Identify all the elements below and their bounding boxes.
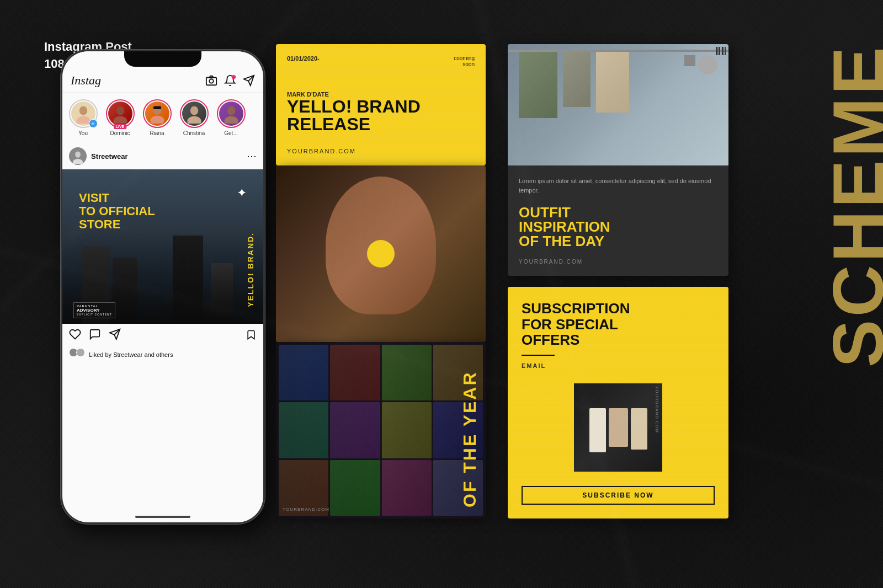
jacket bbox=[519, 52, 557, 118]
hanger1 bbox=[589, 408, 606, 452]
card5-image-area: YOURBRAND.COM bbox=[522, 376, 715, 479]
post-menu-icon[interactable]: ⋯ bbox=[247, 150, 257, 162]
card1-date: 01/01/2020- bbox=[287, 55, 320, 62]
card5-img-bg bbox=[574, 383, 662, 472]
story-avatar-riana bbox=[143, 99, 172, 128]
star-icon: ✦ bbox=[237, 186, 247, 200]
card5-title-line2: FOR SPECIAL bbox=[522, 317, 715, 333]
card3-url: YOURBRAND.COM bbox=[283, 507, 329, 512]
story-avatar-dominic: LIVE bbox=[106, 99, 135, 128]
card-brand-release: 01/01/2020- coomingsoon MARK D'DATE YELL… bbox=[276, 44, 486, 165]
post-avatar bbox=[69, 147, 87, 165]
card3-title: OF THE YEAR bbox=[460, 353, 480, 507]
live-badge: LIVE bbox=[114, 124, 127, 129]
story-get[interactable]: Get... bbox=[216, 99, 246, 136]
card5-title-line1: SUBSCRIPTION bbox=[522, 301, 715, 317]
phone-screen: Instag bbox=[62, 51, 263, 522]
svg-point-12 bbox=[190, 106, 198, 115]
card-subscription: SUBSCRIPTION FOR SPECIAL OFFERS EMAIL bbox=[508, 287, 728, 518]
card1-body: MARK D'DATE YELLO! BRAND RELEASE bbox=[287, 83, 475, 133]
card-photo bbox=[276, 165, 486, 342]
send-icon[interactable] bbox=[243, 74, 255, 87]
svg-point-13 bbox=[187, 116, 201, 124]
story-label-you: You bbox=[78, 130, 88, 136]
comment-icon[interactable] bbox=[89, 328, 101, 344]
post-username: Streetwear bbox=[91, 152, 247, 161]
plus-badge: + bbox=[89, 119, 98, 128]
scheme-text: SCHEME bbox=[817, 44, 883, 367]
notification-icon[interactable] bbox=[224, 74, 236, 87]
svg-point-5 bbox=[79, 106, 87, 115]
svg-point-6 bbox=[76, 116, 90, 124]
card4-content: Lorem ipsum dolor sit amet, consectetur … bbox=[508, 165, 728, 276]
card-outfit: Lorem ipsum dolor sit amet, consectetur … bbox=[508, 44, 728, 276]
subscribe-button[interactable]: SUBSCRIBE NOW bbox=[522, 486, 715, 505]
likes-text: Liked by Streetwear and others bbox=[62, 348, 263, 361]
story-label-get: Get... bbox=[224, 130, 237, 136]
card3-overlay bbox=[276, 342, 486, 518]
svg-point-14 bbox=[227, 106, 235, 115]
card5-image: YOURBRAND.COM bbox=[574, 383, 662, 472]
card5-url: YOURBRAND.COM bbox=[655, 386, 659, 433]
card5-email-label: EMAIL bbox=[522, 362, 715, 369]
post-header: Streetwear ⋯ bbox=[62, 143, 263, 169]
wall-item-2 bbox=[684, 55, 695, 66]
yellow-circle bbox=[373, 245, 389, 262]
story-avatar-get bbox=[217, 99, 246, 128]
card5-title-line3: OFFERS bbox=[522, 332, 715, 348]
card1-title: YELLO! BRAND RELEASE bbox=[287, 98, 475, 133]
phone-frame: Instag bbox=[61, 50, 265, 524]
instagram-icons bbox=[205, 74, 255, 87]
shirt bbox=[563, 52, 591, 107]
post-image: VISIT TO OFFICIAL STORE ✦ YELLO! BRAND. … bbox=[62, 169, 263, 324]
svg-point-15 bbox=[224, 116, 238, 124]
like-icon[interactable] bbox=[69, 328, 81, 344]
post-visit-text: VISIT TO OFFICIAL STORE bbox=[79, 191, 155, 232]
barcode bbox=[716, 47, 726, 55]
svg-point-10 bbox=[150, 116, 164, 124]
card1-url: YOURBRAND.COM bbox=[287, 148, 475, 154]
svg-point-1 bbox=[209, 79, 213, 83]
card5-hangers bbox=[589, 403, 647, 452]
card1-title-line1: YELLO! BRAND bbox=[287, 98, 475, 115]
bookmark-icon[interactable] bbox=[246, 329, 257, 343]
story-label-riana: Riana bbox=[150, 130, 164, 136]
svg-point-7 bbox=[116, 106, 124, 115]
clothing-rail bbox=[508, 50, 728, 52]
card4-title-line1: OUTFIT bbox=[519, 205, 717, 220]
cards-area: 01/01/2020- coomingsoon MARK D'DATE YELL… bbox=[276, 44, 817, 541]
share-icon[interactable] bbox=[109, 328, 121, 344]
brand-vertical-text: YELLO! BRAND. bbox=[246, 232, 255, 307]
card5-divider bbox=[522, 355, 555, 356]
story-christina[interactable]: Christina bbox=[179, 99, 209, 136]
page-container: Instagram Post 1080x1080px SCHEME Instag bbox=[0, 0, 883, 588]
card1-header: 01/01/2020- coomingsoon bbox=[287, 55, 475, 67]
card4-title-line2: INSPIRATION bbox=[519, 220, 717, 234]
card4-lorem: Lorem ipsum dolor sit amet, consectetur … bbox=[519, 177, 717, 195]
card4-title-line3: OF THE DAY bbox=[519, 234, 717, 248]
story-avatar-you: + bbox=[69, 99, 98, 128]
svg-point-2 bbox=[232, 75, 236, 79]
phone-notch bbox=[124, 51, 201, 67]
hanger3 bbox=[631, 408, 647, 450]
card4-title: OUTFIT INSPIRATION OF THE DAY bbox=[519, 205, 717, 248]
instagram-logo: Instag bbox=[71, 73, 205, 88]
story-dominic[interactable]: LIVE Dominic bbox=[105, 99, 135, 136]
camera-icon[interactable] bbox=[205, 74, 217, 87]
stories-row: + You LIVE bbox=[62, 93, 263, 143]
story-label-christina: Christina bbox=[183, 130, 205, 136]
card1-title-line2: RELEASE bbox=[287, 115, 475, 133]
svg-point-17 bbox=[75, 152, 81, 158]
story-riana[interactable]: Riana bbox=[142, 99, 172, 136]
story-you[interactable]: + You bbox=[68, 99, 98, 136]
phone-home-indicator bbox=[135, 516, 190, 518]
card-magazines: OF THE YEAR YOURBRAND.COM bbox=[276, 342, 486, 518]
story-label-dominic: Dominic bbox=[110, 130, 130, 136]
visit-line3: STORE bbox=[79, 218, 155, 231]
card5-title: SUBSCRIPTION FOR SPECIAL OFFERS bbox=[522, 301, 715, 348]
svg-rect-11 bbox=[153, 106, 161, 109]
phone-mockup: Instag bbox=[61, 50, 265, 524]
advisory-badge: PARENTAL ADVISORY EXPLICIT CONTENT bbox=[73, 302, 115, 318]
visit-line1: VISIT bbox=[79, 191, 155, 205]
story-avatar-christina bbox=[180, 99, 209, 128]
